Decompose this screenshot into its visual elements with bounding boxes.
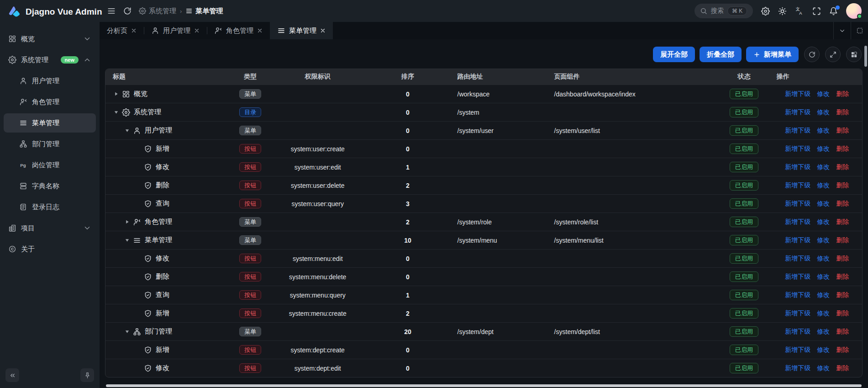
tab-analysis[interactable]: 分析页: [100, 22, 144, 39]
row-action-delete[interactable]: 删除: [836, 309, 849, 318]
vertical-scrollbar[interactable]: [864, 46, 867, 67]
row-action-edit[interactable]: 修改: [817, 255, 830, 263]
logo[interactable]: Djagno Vue Admin: [0, 0, 100, 24]
sidebar-item-user-management[interactable]: 用户管理: [4, 71, 96, 90]
row-action-add-child[interactable]: 新增下级: [785, 255, 810, 263]
pin-sidebar-button[interactable]: [80, 368, 94, 382]
row-action-delete[interactable]: 删除: [836, 127, 849, 135]
tab-user-management[interactable]: 用户管理: [144, 22, 207, 39]
tabs-dropdown-button[interactable]: [833, 22, 851, 39]
row-action-add-child[interactable]: 新增下级: [785, 364, 810, 372]
row-action-add-child[interactable]: 新增下级: [785, 273, 810, 281]
row-action-delete[interactable]: 删除: [836, 163, 849, 171]
row-action-add-child[interactable]: 新增下级: [785, 90, 810, 98]
column-header-title[interactable]: 标题: [105, 73, 228, 81]
row-action-delete[interactable]: 删除: [836, 328, 849, 336]
column-settings-button[interactable]: [846, 47, 862, 62]
sidebar-item-project[interactable]: 项目: [4, 218, 96, 238]
tree-expand-arrow[interactable]: [112, 91, 120, 96]
column-header-component[interactable]: 页面组件: [550, 73, 716, 81]
tab-close-icon[interactable]: [194, 28, 200, 33]
sidebar-item-system-management[interactable]: 系统管理new: [4, 50, 96, 69]
row-action-delete[interactable]: 删除: [836, 255, 849, 263]
row-action-delete[interactable]: 删除: [836, 181, 849, 190]
row-action-add-child[interactable]: 新增下级: [785, 181, 810, 190]
table-fullscreen-button[interactable]: [825, 47, 841, 62]
add-menu-button[interactable]: 新增菜单: [746, 47, 799, 62]
row-action-edit[interactable]: 修改: [817, 309, 830, 318]
sidebar-item-menu-management[interactable]: 菜单管理: [4, 113, 96, 133]
tree-collapse-arrow[interactable]: [123, 329, 131, 334]
row-action-add-child[interactable]: 新增下级: [785, 346, 810, 354]
row-action-edit[interactable]: 修改: [817, 200, 830, 208]
global-search-input[interactable]: 搜索 ⌘ K: [694, 4, 753, 18]
row-action-add-child[interactable]: 新增下级: [785, 163, 810, 171]
tree-expand-arrow[interactable]: [123, 219, 131, 224]
row-action-add-child[interactable]: 新增下级: [785, 328, 810, 336]
tree-collapse-arrow[interactable]: [112, 110, 120, 115]
row-action-delete[interactable]: 删除: [836, 291, 849, 299]
sidebar-item-dept-management[interactable]: 部门管理: [4, 134, 96, 154]
row-action-edit[interactable]: 修改: [817, 127, 830, 135]
column-header-sort[interactable]: 排序: [363, 73, 452, 81]
column-header-path[interactable]: 路由地址: [453, 73, 550, 81]
row-action-add-child[interactable]: 新增下级: [785, 309, 810, 318]
row-action-delete[interactable]: 删除: [836, 346, 849, 354]
row-action-edit[interactable]: 修改: [817, 181, 830, 190]
sidebar-item-overview[interactable]: 概览: [4, 29, 96, 48]
row-action-delete[interactable]: 删除: [836, 108, 849, 117]
refresh-page-button[interactable]: [123, 7, 132, 15]
tab-close-icon[interactable]: [320, 28, 326, 33]
column-header-status[interactable]: 状态: [716, 73, 772, 81]
row-action-edit[interactable]: 修改: [817, 236, 830, 244]
row-action-edit[interactable]: 修改: [817, 108, 830, 117]
row-action-edit[interactable]: 修改: [817, 291, 830, 299]
collapse-all-button[interactable]: 折叠全部: [700, 47, 742, 62]
column-header-perm[interactable]: 权限标识: [273, 73, 363, 81]
toggle-sidebar-button[interactable]: [107, 6, 116, 16]
row-action-add-child[interactable]: 新增下级: [785, 200, 810, 208]
expand-all-button[interactable]: 展开全部: [653, 47, 695, 62]
column-header-actions[interactable]: 操作: [772, 73, 862, 81]
content-maximize-button[interactable]: [851, 22, 868, 39]
row-action-add-child[interactable]: 新增下级: [785, 291, 810, 299]
tab-menu-management[interactable]: 菜单管理: [270, 22, 333, 39]
tab-close-icon[interactable]: [131, 28, 137, 33]
row-action-edit[interactable]: 修改: [817, 218, 830, 226]
notifications-button[interactable]: [829, 7, 838, 16]
row-action-edit[interactable]: 修改: [817, 90, 830, 98]
sidebar-item-post-management[interactable]: Pg岗位管理: [4, 155, 96, 175]
row-action-delete[interactable]: 删除: [836, 273, 849, 281]
row-action-edit[interactable]: 修改: [817, 364, 830, 372]
row-action-edit[interactable]: 修改: [817, 328, 830, 336]
row-action-edit[interactable]: 修改: [817, 273, 830, 281]
settings-button[interactable]: [761, 7, 770, 16]
sidebar-item-dict-name[interactable]: 字典名称: [4, 176, 96, 196]
row-action-delete[interactable]: 删除: [836, 218, 849, 226]
tab-role-management[interactable]: 角色管理: [207, 22, 270, 39]
row-action-delete[interactable]: 删除: [836, 145, 849, 153]
row-action-add-child[interactable]: 新增下级: [785, 108, 810, 117]
row-action-add-child[interactable]: 新增下级: [785, 127, 810, 135]
collapse-sidebar-button[interactable]: [5, 368, 19, 382]
row-action-delete[interactable]: 删除: [836, 90, 849, 98]
row-action-add-child[interactable]: 新增下级: [785, 236, 810, 244]
row-action-edit[interactable]: 修改: [817, 145, 830, 153]
sidebar-item-login-log[interactable]: 登录日志: [4, 197, 96, 217]
tree-collapse-arrow[interactable]: [123, 238, 131, 243]
column-header-type[interactable]: 类型: [228, 73, 273, 81]
row-action-add-child[interactable]: 新增下级: [785, 218, 810, 226]
row-action-delete[interactable]: 删除: [836, 364, 849, 372]
user-avatar[interactable]: [846, 3, 862, 19]
refresh-table-button[interactable]: [804, 47, 820, 62]
theme-toggle-button[interactable]: [778, 7, 787, 16]
tree-collapse-arrow[interactable]: [123, 128, 131, 133]
row-action-edit[interactable]: 修改: [817, 346, 830, 354]
row-action-delete[interactable]: 删除: [836, 236, 849, 244]
row-action-add-child[interactable]: 新增下级: [785, 145, 810, 153]
breadcrumb-item-system[interactable]: 系统管理: [139, 7, 176, 16]
fullscreen-button[interactable]: [812, 7, 821, 16]
horizontal-scrollbar[interactable]: [106, 384, 862, 387]
sidebar-item-role-management[interactable]: 角色管理: [4, 92, 96, 112]
row-action-edit[interactable]: 修改: [817, 163, 830, 171]
